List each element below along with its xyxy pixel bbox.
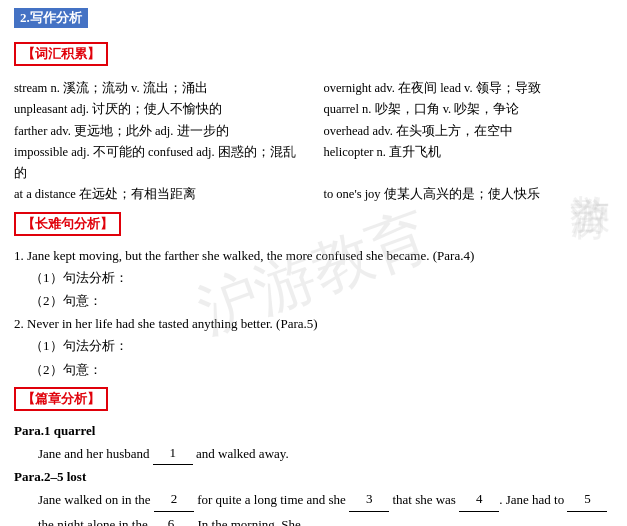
vocab-item-left-4: at a distance 在远处；有相当距离 <box>14 184 304 205</box>
page-container: 沪游教育 沪游教育 2.写作分析 【词汇积累】 stream n. 溪流；流动 … <box>0 0 627 526</box>
para-analysis-section: Para.1 quarrel Jane and her husband 1 an… <box>14 423 613 526</box>
sub-item-0-1: （1）句法分析： <box>14 266 613 289</box>
para-label-0: Para.1 quarrel <box>14 423 613 439</box>
vocab-item-right-4: to one's joy 使某人高兴的是；使人快乐 <box>324 184 614 205</box>
sub-item-1-1: （1）句法分析： <box>14 334 613 357</box>
vocab-grid: stream n. 溪流；流动 v. 流出；涌出 overnight adv. … <box>14 78 613 206</box>
sentence-item-0: 1. Jane kept moving, but the farther she… <box>14 248 613 313</box>
vocab-section-title: 【词汇积累】 <box>14 42 108 66</box>
long-sentence-section: 1. Jane kept moving, but the farther she… <box>14 248 613 382</box>
vocab-item-right-1: quarrel n. 吵架，口角 v. 吵架，争论 <box>324 99 614 120</box>
para-label-1: Para.2–5 lost <box>14 469 613 485</box>
sub-item-0-2: （2）句意： <box>14 289 613 312</box>
vocab-item-left-0: stream n. 溪流；流动 v. 流出；涌出 <box>14 78 304 99</box>
blank-1: 1 <box>153 441 193 465</box>
blank-3: 3 <box>349 487 389 511</box>
sub-item-1-2: （2）句意： <box>14 358 613 381</box>
sentence-num-label-0: 1. <box>14 248 24 263</box>
vocab-title-block: 【词汇积累】 <box>14 42 613 72</box>
long-sentence-section-title: 【长难句分析】 <box>14 212 121 236</box>
sentence-number-0: 1. Jane kept moving, but the farther she… <box>14 248 613 264</box>
sentence-item-1: 2. Never in her life had she tasted anyt… <box>14 316 613 381</box>
vocab-item-left-1: unpleasant adj. 讨厌的；使人不愉快的 <box>14 99 304 120</box>
vocab-item-left-3: impossible adj. 不可能的 confused adj. 困惑的；混… <box>14 142 304 185</box>
section-header-top: 2.写作分析 <box>14 8 88 28</box>
blank-2: 2 <box>154 487 194 511</box>
vocab-item-right-3: helicopter n. 直升飞机 <box>324 142 614 185</box>
sentence-text-0: Jane kept moving, but the farther she wa… <box>27 248 474 263</box>
para-content-0: Jane and her husband 1 and walked away. <box>14 441 613 465</box>
sentence-num-label-1: 2. <box>14 316 24 331</box>
blank-4: 4 <box>459 487 499 511</box>
para-analysis-section-title: 【篇章分析】 <box>14 387 108 411</box>
sentence-number-1: 2. Never in her life had she tasted anyt… <box>14 316 613 332</box>
vocab-item-right-2: overhead adv. 在头项上方，在空中 <box>324 121 614 142</box>
sentence-text-1: Never in her life had she tasted anythin… <box>27 316 318 331</box>
blank-5: 5 <box>567 487 607 511</box>
blank-6: 6 <box>151 512 191 526</box>
vocab-item-right-0: overnight adv. 在夜间 lead v. 领导；导致 <box>324 78 614 99</box>
para-analysis-title-block: 【篇章分析】 <box>14 387 613 417</box>
para-content-1: Jane walked on in the 2 for quite a long… <box>14 487 613 526</box>
long-sentence-title-block: 【长难句分析】 <box>14 212 613 242</box>
vocab-item-left-2: farther adv. 更远地；此外 adj. 进一步的 <box>14 121 304 142</box>
